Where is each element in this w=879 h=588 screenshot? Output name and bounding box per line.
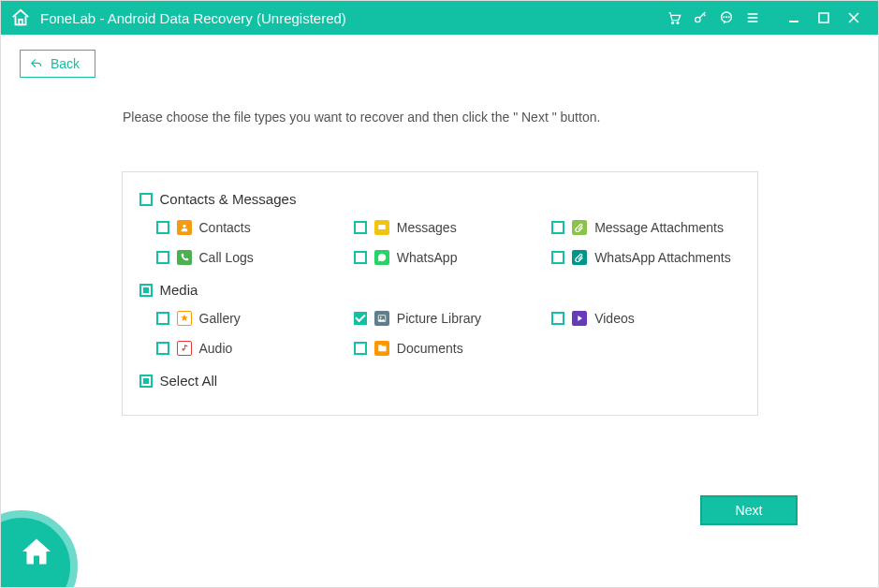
item-call-logs[interactable]: Call Logs <box>156 250 344 265</box>
checkbox-section-contacts[interactable] <box>139 193 153 206</box>
checkbox-documents[interactable] <box>354 342 367 355</box>
svg-point-5 <box>724 17 725 18</box>
filetype-panel: Contacts & Messages Contacts Messages <box>122 171 758 416</box>
cart-icon[interactable] <box>661 5 687 31</box>
documents-icon <box>374 341 389 356</box>
section-media-label: Media <box>160 282 198 298</box>
item-documents[interactable]: Documents <box>354 341 542 356</box>
svg-rect-11 <box>378 225 386 229</box>
item-label: WhatsApp <box>397 250 458 265</box>
close-button[interactable] <box>839 5 869 31</box>
item-gallery[interactable]: Gallery <box>156 311 344 326</box>
item-contacts[interactable]: Contacts <box>156 220 344 235</box>
item-picture-library[interactable]: Picture Library <box>354 311 542 326</box>
messages-icon <box>374 220 389 235</box>
minimize-button[interactable] <box>779 5 809 31</box>
checkbox-select-all[interactable] <box>139 375 153 388</box>
app-logo-icon <box>10 7 31 28</box>
maximize-button[interactable] <box>809 5 839 31</box>
checkbox-wa-attach[interactable] <box>551 251 564 264</box>
whatsapp-icon <box>374 250 389 265</box>
msg-attachments-icon <box>572 220 587 235</box>
item-label: WhatsApp Attachments <box>594 250 731 265</box>
svg-rect-0 <box>19 20 22 25</box>
videos-icon <box>572 311 587 326</box>
item-label: Audio <box>199 341 233 356</box>
checkbox-audio[interactable] <box>156 342 169 355</box>
next-button[interactable]: Next <box>700 495 798 525</box>
window-title: FoneLab - Android Data Recovery (Unregis… <box>40 10 346 26</box>
checkbox-videos[interactable] <box>551 312 564 325</box>
item-whatsapp-attachments[interactable]: WhatsApp Attachments <box>551 250 740 265</box>
key-icon[interactable] <box>687 5 713 31</box>
contacts-icon <box>177 220 192 235</box>
select-all[interactable]: Select All <box>139 373 740 389</box>
item-label: Contacts <box>199 220 251 235</box>
svg-point-13 <box>380 316 382 318</box>
checkbox-call-logs[interactable] <box>156 251 169 264</box>
item-label: Videos <box>594 311 635 326</box>
menu-icon[interactable] <box>740 5 766 31</box>
svg-rect-9 <box>819 13 828 22</box>
checkbox-contacts[interactable] <box>156 221 169 234</box>
item-messages[interactable]: Messages <box>354 220 542 235</box>
item-label: Call Logs <box>199 250 254 265</box>
svg-point-2 <box>677 22 679 23</box>
call-logs-icon <box>177 250 192 265</box>
section-contacts-label: Contacts & Messages <box>160 191 297 207</box>
svg-point-1 <box>672 22 674 23</box>
item-label: Documents <box>397 341 463 356</box>
svg-point-3 <box>696 17 700 22</box>
wa-attachments-icon <box>572 250 587 265</box>
checkbox-picture-library[interactable] <box>354 312 367 325</box>
item-label: Message Attachments <box>594 220 724 235</box>
svg-point-6 <box>726 17 727 18</box>
checkbox-messages[interactable] <box>354 221 367 234</box>
picture-library-icon <box>374 311 389 326</box>
instruction-text: Please choose the file types you want to… <box>123 110 859 125</box>
audio-icon <box>177 341 192 356</box>
item-label: Messages <box>397 220 457 235</box>
item-audio[interactable]: Audio <box>156 341 344 356</box>
item-label: Gallery <box>199 311 241 326</box>
select-all-label: Select All <box>160 373 218 389</box>
titlebar: FoneLab - Android Data Recovery (Unregis… <box>1 1 878 35</box>
svg-point-10 <box>183 225 185 228</box>
checkbox-gallery[interactable] <box>156 312 169 325</box>
back-label: Back <box>51 56 80 71</box>
home-icon <box>20 535 53 568</box>
feedback-icon[interactable] <box>713 5 740 31</box>
home-button[interactable] <box>0 510 78 588</box>
section-media[interactable]: Media <box>139 282 740 298</box>
item-label: Picture Library <box>397 311 481 326</box>
checkbox-whatsapp[interactable] <box>354 251 367 264</box>
back-arrow-icon <box>30 57 43 70</box>
checkbox-msg-attach[interactable] <box>551 221 564 234</box>
item-videos[interactable]: Videos <box>551 311 740 326</box>
svg-point-7 <box>728 17 729 18</box>
section-contacts-messages[interactable]: Contacts & Messages <box>139 191 740 207</box>
gallery-icon <box>177 311 192 326</box>
next-label: Next <box>736 503 763 518</box>
back-button[interactable]: Back <box>20 50 95 78</box>
item-message-attachments[interactable]: Message Attachments <box>551 220 740 235</box>
item-whatsapp[interactable]: WhatsApp <box>354 250 542 265</box>
checkbox-section-media[interactable] <box>139 284 153 297</box>
